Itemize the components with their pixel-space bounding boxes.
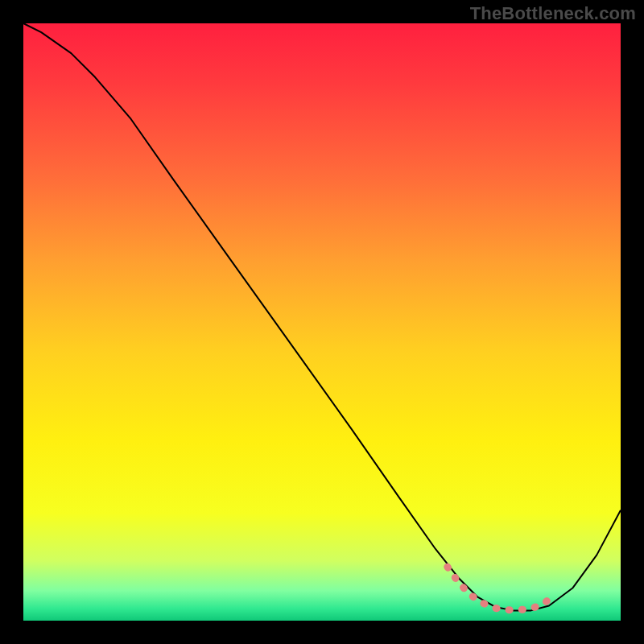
bottleneck-chart — [0, 0, 644, 644]
chart-frame: TheBottleneck.com — [0, 0, 644, 644]
watermark-text: TheBottleneck.com — [470, 3, 636, 24]
plot-gradient-background — [23, 23, 621, 621]
